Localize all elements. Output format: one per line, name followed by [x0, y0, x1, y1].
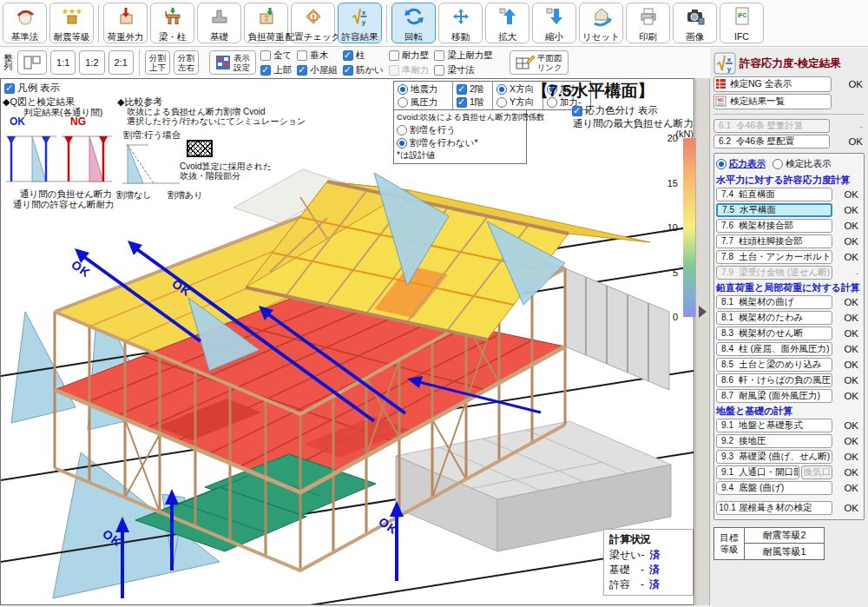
item-7-8-anchor-bolt[interactable]: 7.8土台・アンカーボルト — [716, 250, 832, 264]
radio-cvoid-apply[interactable]: 割増を行う — [397, 123, 523, 136]
item-10-1-roofing[interactable]: 10.1屋根葺き材の検定 — [716, 501, 832, 515]
plan-link-button[interactable]: 平面図リンク — [510, 50, 569, 75]
toolbar-button-bearing-load[interactable]: 負担荷重 — [244, 3, 288, 43]
toolbar-button-ifc-export[interactable]: IFC IFC — [720, 3, 764, 43]
gray-end-wall — [565, 268, 669, 390]
legend-judge-label: 判定結果(各通り間) — [23, 107, 102, 119]
item-8-3-shear[interactable]: 8.3横架材のせん断 — [716, 327, 832, 340]
radio-stress-display[interactable]: 応力表示 — [716, 158, 766, 169]
radio-cvoid-skip[interactable]: 割増を行わない* — [397, 136, 523, 149]
seismic-grade-icon: ★★★ — [62, 5, 82, 27]
ratio-1-2-button[interactable]: 1:2 — [79, 50, 104, 75]
check-semi-shear-wall[interactable]: 準耐力 — [389, 64, 430, 76]
ng-grid-icon — [715, 78, 727, 89]
calc-status-title: 計算状況 — [609, 532, 687, 547]
toolbar-button-beam-column[interactable]: I 梁・柱 — [150, 3, 194, 43]
window-layout-button[interactable] — [17, 50, 47, 75]
item-7-5-horizontal-plane[interactable]: 7.5水平構面 — [716, 203, 832, 217]
item-9-3-foundation-beam[interactable]: 9.3基礎梁 (曲げ、せん断) — [716, 450, 832, 464]
check-shear-wall[interactable]: 耐力壁 — [389, 49, 430, 62]
item-7-7-column-joint[interactable]: 7.7柱頭柱脚接合部 — [716, 234, 832, 248]
toolbar-button-zoom-out[interactable]: 縮小 — [532, 3, 576, 43]
check-upper[interactable]: 上部 — [260, 64, 292, 76]
svg-text:NG: NG — [718, 97, 725, 102]
radio-seismic[interactable]: 地震力 — [398, 83, 449, 95]
model-viewport[interactable]: OK OK OK OK 凡例 表示 ◆Q図と検定結果 判定結果(各通り間) OK… — [0, 78, 694, 605]
bearing-load-icon — [256, 5, 277, 27]
svg-text:y: y — [361, 18, 365, 26]
toolbar-button-zoom-in[interactable]: 拡大 — [485, 3, 529, 43]
show-all-ng-button[interactable]: 検定NG 全表示 — [713, 76, 832, 92]
check-floor-2[interactable]: 2階 — [457, 83, 489, 95]
check-brace[interactable]: 筋かい — [343, 64, 384, 76]
check-floor-1[interactable]: 1階 — [457, 96, 489, 108]
item-9-1-opening[interactable]: 9.1人通口・開口部 — [716, 465, 799, 479]
toolbar-button-rotate[interactable]: 回転 — [391, 3, 436, 43]
toolbar-button-foundation[interactable]: 基礎 — [197, 3, 241, 43]
item-9-4-slab-bending[interactable]: 9.4底盤 (曲げ) — [716, 481, 832, 495]
zoom-in-icon — [497, 5, 518, 27]
toolbar-button-pan[interactable]: 移動 — [438, 3, 483, 43]
item-8-1-deflection[interactable]: 8.1横架材のたわみ — [716, 311, 832, 325]
placement-check-icon: ! — [303, 5, 324, 27]
calc-status-row: 許容 -済 — [609, 577, 687, 592]
svg-text:!: ! — [312, 12, 314, 21]
panel-splitter[interactable] — [695, 78, 710, 605]
item-8-7-wind-beam[interactable]: 8.7耐風梁 (面外風圧力) — [716, 389, 832, 403]
check-all[interactable]: 全て — [260, 49, 292, 62]
toolbar-button-print[interactable]: 印刷 — [626, 3, 670, 43]
item-8-1-bending[interactable]: 8.1横架材の曲げ — [716, 295, 832, 309]
toolbar-button-image-capture[interactable]: 画像 — [673, 3, 717, 43]
vent-opening-button[interactable]: 換気口 — [801, 465, 832, 479]
display-settings-button[interactable]: 表示設定 — [209, 50, 256, 75]
item-6-1-wall-amount[interactable]: 6.1令46条 壁量計算 — [713, 119, 830, 133]
plan-link-icon — [516, 55, 535, 70]
check-roof-frame[interactable]: 小屋組 — [297, 64, 338, 76]
legend-yes-increase: 割増あり — [168, 189, 202, 201]
item-7-9-beam-hanger[interactable]: 7.9梁受け金物 (逆せん断) — [716, 266, 832, 280]
check-wall-on-beam[interactable]: 梁上耐力壁 — [434, 49, 493, 62]
legend-allow-line: 通り間の許容せん断耐力 — [13, 199, 114, 211]
item-7-4-vertical-plane[interactable]: 7.4鉛直構面 — [716, 188, 832, 201]
panel-collapse-button[interactable] — [699, 306, 707, 318]
item-6-2-wall-placement[interactable]: 6.2令46条 壁配置 — [713, 135, 830, 148]
item-7-6-member-joint[interactable]: 7.6横架材接合部 — [716, 219, 832, 233]
check-rafter[interactable]: 垂木 — [297, 49, 338, 62]
toolbar-button-placement-check[interactable]: ! 配置チェック — [291, 3, 335, 43]
item-9-1-foundation-type[interactable]: 9.1地盤と基礎形式 — [716, 419, 832, 432]
svg-text:x: x — [361, 9, 365, 16]
split-vertical-button[interactable]: 分割上下 — [145, 50, 170, 75]
toolbar-button-allowable-result[interactable]: xy 許容結果 — [338, 3, 382, 43]
legend-ng-label: NG — [70, 115, 86, 128]
seismic-grade-row[interactable]: 耐震等級2 — [745, 527, 825, 544]
item-status: OK — [848, 136, 866, 147]
radio-ratio-display[interactable]: 検定比表示 — [773, 158, 832, 169]
building-code-icon — [15, 5, 36, 27]
scale-tick: 5 — [648, 267, 678, 278]
toolbar-button-seismic-grade[interactable]: ★★★ 耐震等級 — [49, 3, 94, 43]
stress-color-checkbox[interactable]: 応力色分け 表示 — [572, 104, 658, 117]
split-horizontal-button[interactable]: 分割左右 — [174, 50, 199, 75]
toolbar-button-reset-view[interactable]: リセット — [579, 3, 623, 43]
ratio-2-1-button[interactable]: 2:1 — [108, 50, 134, 75]
allowable-result-icon: xy — [350, 5, 371, 27]
ratio-1-1-button[interactable]: 1:1 — [50, 50, 76, 75]
allowable-stress-icon: xy — [713, 52, 736, 75]
legend-show-checkbox[interactable]: 凡例 表示 — [4, 82, 60, 95]
radio-wind[interactable]: 風圧力 — [398, 96, 449, 108]
check-column[interactable]: 柱 — [343, 49, 384, 62]
toolbar-button-building-code[interactable]: 基準法 — [3, 3, 47, 43]
section-header-horizontal: 水平力に対する許容応力度計算 — [716, 173, 862, 187]
calc-status-row: 基礎 -済 — [609, 563, 687, 577]
result-panel: xy 許容応力度-検定結果 検定NG 全表示 OK NG 検定結果一覧 6.1令… — [710, 48, 868, 607]
item-9-2-ground-pressure[interactable]: 9.2接地圧 — [716, 434, 832, 448]
cvoid-title: Cvoid:吹抜による負担せん断力割増係数 — [397, 112, 523, 123]
check-result-box: 応力表示 検定比表示 水平力に対する許容応力度計算 7.4鉛直構面OK 7.5水… — [713, 153, 865, 520]
check-beam-dimension[interactable]: 梁寸法 — [434, 64, 493, 76]
toolbar-button-external-load[interactable]: 荷重外力 — [103, 3, 148, 43]
item-8-6-eave-wind[interactable]: 8.6軒・けらばの負の風圧 — [716, 373, 832, 387]
item-8-4-column-buckling[interactable]: 8.4柱 (座屈、面外風圧力) — [716, 342, 832, 356]
wind-grade-row[interactable]: 耐風等級1 — [745, 544, 825, 560]
item-8-5-sill-bearing[interactable]: 8.5土台と梁のめり込み — [716, 358, 832, 372]
result-list-button[interactable]: NG 検定結果一覧 — [713, 94, 832, 109]
